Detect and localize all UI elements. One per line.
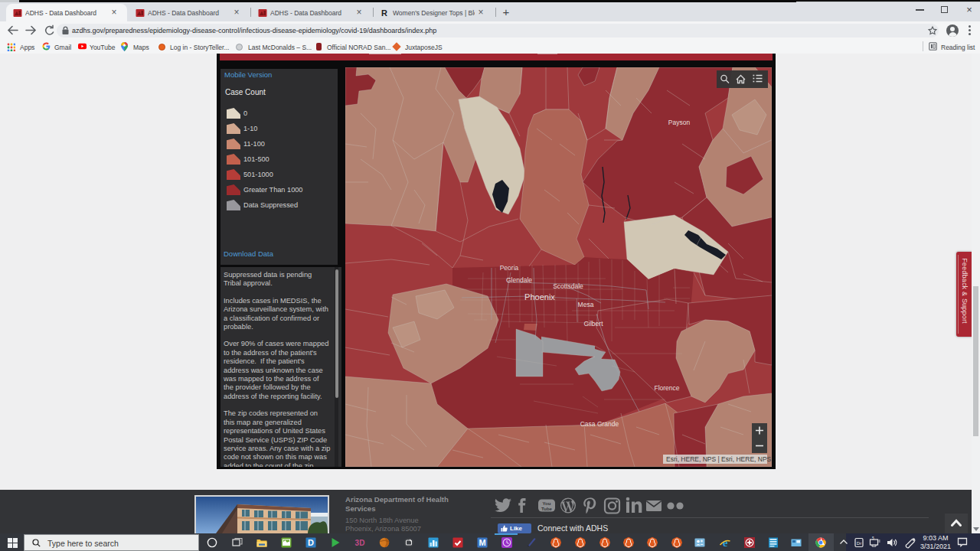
svg-text:Scottsdale: Scottsdale	[553, 282, 583, 290]
svg-text:Florence: Florence	[654, 384, 679, 392]
svg-text:D: D	[308, 538, 314, 547]
svg-text:Payson: Payson	[668, 119, 691, 126]
svg-text:Gilbert: Gilbert	[583, 320, 603, 328]
svg-text:Peoria: Peoria	[500, 264, 519, 272]
svg-text:Glendale: Glendale	[506, 276, 532, 284]
svg-text:Tube: Tube	[541, 507, 553, 511]
svg-text:Phoenix: Phoenix	[524, 292, 555, 302]
svg-text:Casa Grande: Casa Grande	[580, 420, 619, 428]
svg-text:You: You	[543, 501, 551, 506]
svg-text:Mesa: Mesa	[578, 301, 594, 308]
svg-text:Dr: Dr	[857, 541, 861, 546]
svg-text:5: 5	[872, 536, 874, 540]
svg-text:3D: 3D	[355, 539, 365, 547]
svg-text:Esri, HERE, NPS | Esri, HERE,: Esri, HERE, NPS | Esri, HERE, NPS	[666, 455, 772, 463]
svg-text:M: M	[479, 538, 485, 547]
